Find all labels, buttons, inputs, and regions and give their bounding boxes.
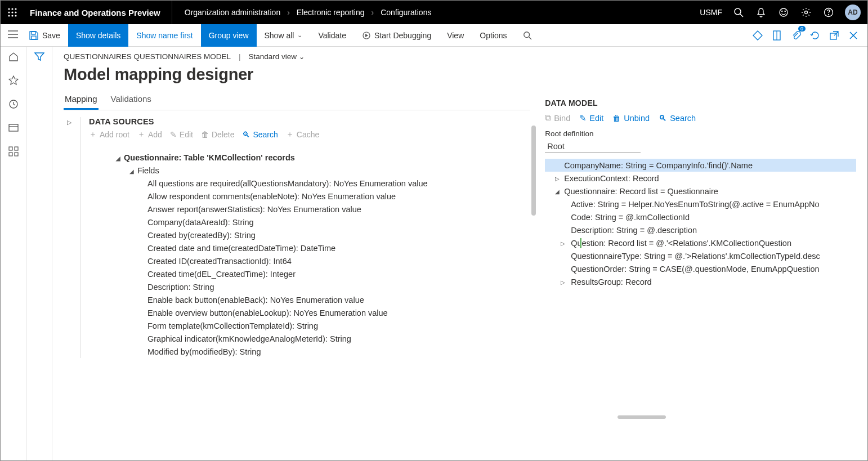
scrollbar-horizontal[interactable]	[618, 415, 666, 419]
edit-label: Edit	[180, 130, 193, 139]
tree-node-field[interactable]: Enable overview button(enableLookup): No…	[116, 306, 530, 319]
tab-mapping[interactable]: Mapping	[64, 92, 99, 110]
breadcrumb-item[interactable]: Configurations	[377, 8, 435, 17]
delete-button[interactable]: 🗑Delete	[201, 130, 234, 139]
scrollbar-vertical[interactable]	[531, 126, 536, 216]
cache-button[interactable]: ＋Cache	[286, 129, 319, 140]
tree-node-field[interactable]: Allow respondent comments(enableNote): N…	[116, 190, 530, 203]
recent-icon[interactable]	[8, 99, 19, 110]
refresh-icon[interactable]	[809, 29, 821, 42]
home-icon[interactable]	[8, 51, 19, 62]
tree-node-root[interactable]: ◢Questionnaire: Table 'KMCollection' rec…	[116, 151, 530, 164]
rootdef-value[interactable]: Root	[545, 140, 641, 153]
dm-edit-button[interactable]: ✎Edit	[579, 113, 603, 123]
hamburger-menu[interactable]	[7, 28, 19, 41]
delete-label: Delete	[212, 130, 234, 139]
save-icon	[29, 30, 39, 41]
plus-icon: ＋	[137, 129, 145, 140]
ds-search-button[interactable]: 🔍︎Search	[242, 130, 278, 139]
edit-button[interactable]: ✎Edit	[170, 130, 193, 139]
dm-node-companyname[interactable]: CompanyName: String = CompanyInfo.'find(…	[545, 159, 856, 172]
dm-node-questionorder[interactable]: QuestionOrder: String = CASE(@.questionM…	[545, 262, 856, 275]
svg-point-6	[8, 15, 10, 16]
dm-node-description[interactable]: Description: String = @.description	[545, 223, 856, 236]
star-icon[interactable]	[8, 75, 19, 86]
show-name-first-button[interactable]: Show name first	[128, 24, 200, 47]
dm-node-label: ExecutionContext: Record	[564, 174, 659, 183]
tree-node-field[interactable]: All questions are required(allQuestionsM…	[116, 177, 530, 190]
tree-node-field[interactable]: Modified by(modifiedBy): String	[116, 345, 530, 358]
trash-icon: 🗑	[612, 114, 621, 123]
show-all-label: Show all	[265, 31, 294, 40]
avatar[interactable]: AD	[845, 5, 861, 20]
tree-node-fields[interactable]: ◢Fields	[116, 164, 530, 177]
svg-point-4	[11, 11, 13, 13]
tree-node-field[interactable]: Description: String	[116, 280, 530, 293]
tree-node-field[interactable]: Enable back button(enableBack): NoYes En…	[116, 293, 530, 306]
modules-icon[interactable]	[8, 146, 19, 157]
help-icon[interactable]	[822, 6, 835, 19]
save-button[interactable]: Save	[29, 24, 68, 47]
unbind-button[interactable]: 🗑Unbind	[612, 113, 650, 123]
add-button[interactable]: ＋Add	[137, 129, 162, 140]
gear-icon[interactable]	[800, 6, 812, 19]
svg-point-7	[11, 15, 13, 16]
close-icon[interactable]	[847, 29, 860, 42]
tree-node-field[interactable]: Created by(createdBy): String	[116, 229, 530, 241]
action-search-icon[interactable]	[515, 24, 540, 47]
tree-node-field[interactable]: Answer report(answerStatistics): NoYes E…	[116, 203, 530, 216]
datamodel-tree: CompanyName: String = CompanyInfo.'find(…	[545, 159, 856, 288]
diamond-icon[interactable]	[751, 29, 764, 42]
tree-node-field[interactable]: Form template(kmCollectionTemplateId): S…	[116, 319, 530, 332]
options-button[interactable]: Options	[472, 24, 514, 47]
breadcrumb-item[interactable]: Electronic reporting	[293, 8, 368, 17]
tree-node-field[interactable]: Graphical indicator(kmKnowledgeAnalogMet…	[116, 332, 530, 345]
show-all-button[interactable]: Show all ⌄	[257, 24, 311, 47]
add-label: Add	[148, 130, 162, 139]
dm-node-questionnairetype[interactable]: QuestionnaireType: String = @.'>Relation…	[545, 249, 856, 262]
group-view-button[interactable]: Group view	[201, 24, 257, 47]
view-selector[interactable]: Standard view ⌄	[249, 52, 305, 61]
dm-search-button[interactable]: 🔍︎Search	[659, 113, 696, 123]
dm-search-label: Search	[670, 114, 696, 123]
chevron-down-icon: ⌄	[297, 32, 302, 39]
add-root-button[interactable]: ＋Add root	[89, 129, 129, 140]
book-icon[interactable]	[771, 29, 783, 42]
smile-icon[interactable]	[777, 6, 790, 19]
tree-node-field[interactable]: Created time(dEL_CreatedTime): Integer	[116, 267, 530, 280]
show-details-button[interactable]: Show details	[68, 24, 128, 47]
app-launcher-icon[interactable]	[1, 1, 24, 24]
company-picker[interactable]: USMF	[700, 8, 722, 17]
page-title: Model mapping designer	[64, 63, 856, 92]
splitter-handle[interactable]	[580, 238, 581, 248]
bind-label: Bind	[554, 114, 570, 123]
expand-types-icon[interactable]: ▷	[64, 117, 75, 126]
tree-node-field[interactable]: Created date and time(createdDateTime): …	[116, 241, 530, 254]
datamodel-title: DATA MODEL	[545, 92, 856, 113]
bell-icon[interactable]	[755, 6, 767, 19]
popout-icon[interactable]	[828, 29, 840, 42]
view-button[interactable]: View	[439, 24, 472, 47]
filter-icon[interactable]	[34, 52, 44, 461]
start-debugging-button[interactable]: Start Debugging	[354, 24, 439, 47]
breadcrumb-item[interactable]: Organization administration	[181, 8, 284, 17]
dm-node-resultsgroup[interactable]: ▷ResultsGroup: Record	[545, 275, 856, 288]
tree-node-field[interactable]: Company(dataAreaId): String	[116, 216, 530, 229]
dm-node-active[interactable]: Active: String = Helper.NoYesEnumToStrin…	[545, 198, 856, 211]
dm-node-question[interactable]: ▷Question: Record list = @.'<Relations'.…	[545, 236, 856, 249]
plus-icon: ＋	[89, 129, 97, 140]
validate-button[interactable]: Validate	[310, 24, 354, 47]
search-icon[interactable]	[732, 6, 745, 19]
dm-node-code[interactable]: Code: String = @.kmCollectionId	[545, 211, 856, 223]
bind-button[interactable]: ⧉Bind	[545, 113, 570, 123]
attach-badge-icon[interactable]: 0	[790, 29, 802, 42]
workspace-icon[interactable]	[8, 122, 19, 133]
svg-rect-17	[32, 36, 36, 39]
dm-node-executioncontext[interactable]: ▷ExecutionContext: Record	[545, 172, 856, 185]
dm-edit-label: Edit	[589, 114, 603, 123]
tree-node-field[interactable]: Created ID(createdTransactionId): Int64	[116, 254, 530, 267]
dm-node-questionnaire[interactable]: ◢Questionnaire: Record list = Questionna…	[545, 185, 856, 198]
tab-validations[interactable]: Validations	[110, 92, 153, 110]
dm-node-label: Questionnaire: Record list = Questionnai…	[564, 187, 718, 196]
caret-right-icon: ▷	[555, 176, 560, 182]
